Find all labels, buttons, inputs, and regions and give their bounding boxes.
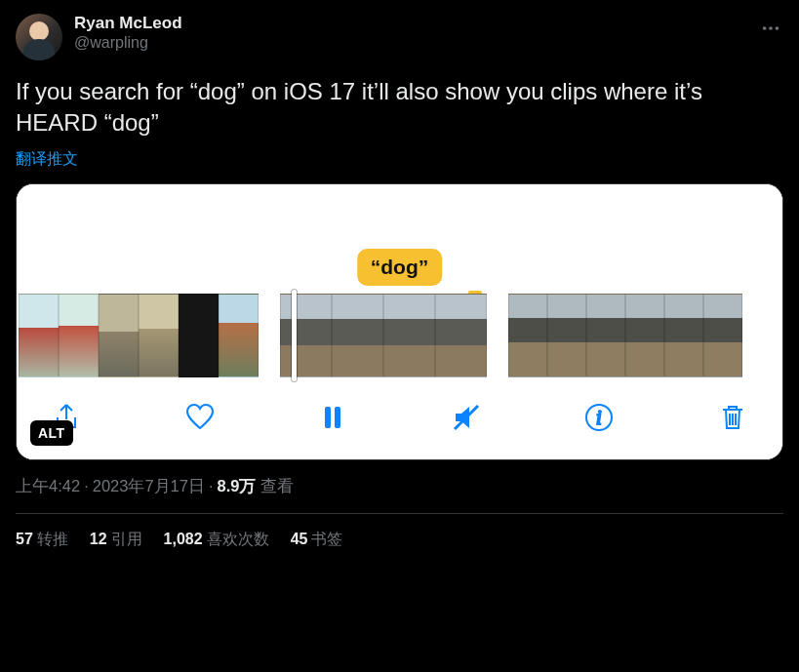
pause-icon[interactable] [316,401,349,434]
caption-badge: “dog” [357,249,442,286]
clip-strip-1[interactable] [19,294,259,377]
trash-icon[interactable] [716,401,749,434]
media-top-space: “dog” [17,184,782,280]
thumbnail[interactable] [508,294,547,377]
stat-quotes[interactable]: 12引用 [90,530,142,550]
thumbnail[interactable] [99,294,139,377]
tweet-container: Ryan McLeod @warpling If you search for … [0,0,799,562]
stat-likes[interactable]: 1,082喜欢次数 [164,530,269,550]
thumbnail[interactable] [625,294,664,377]
svg-rect-3 [325,407,331,428]
tweet-header: Ryan McLeod @warpling [16,14,783,60]
thumbnail[interactable] [703,294,742,377]
heart-icon[interactable] [183,401,217,434]
more-icon[interactable] [758,14,783,47]
avatar[interactable] [16,14,62,60]
names: Ryan McLeod @warpling [74,14,182,60]
playhead[interactable] [292,290,297,381]
thumbnail[interactable] [219,294,259,377]
thumbnail[interactable] [332,294,383,377]
display-name[interactable]: Ryan McLeod [74,14,182,33]
meta-views-num[interactable]: 8.9万 [218,476,257,497]
svg-text:i: i [596,407,602,428]
thumbnail[interactable] [280,294,332,377]
info-icon[interactable]: i [582,401,616,434]
thumbnail[interactable] [664,294,703,377]
media-card[interactable]: “dog” [16,183,783,460]
thumbnail[interactable] [383,294,435,377]
alt-badge[interactable]: ALT [30,420,73,446]
meta-time[interactable]: 上午4:42 [16,476,80,497]
meta-sep: · [209,477,214,495]
thumbnail[interactable] [586,294,625,377]
tweet-stats: 57转推 12引用 1,082喜欢次数 45书签 [16,530,783,562]
user-block[interactable]: Ryan McLeod @warpling [16,14,182,60]
svg-point-1 [769,26,773,30]
meta-views-label: 查看 [260,476,294,497]
thumbnail[interactable] [547,294,586,377]
meta-sep: · [84,477,89,495]
filmstrip[interactable] [17,280,782,379]
clip-strip-3[interactable] [508,294,742,377]
thumbnail[interactable] [59,294,99,377]
media-toolbar: i [17,379,782,459]
tweet-text: If you search for “dog” on iOS 17 it’ll … [16,76,783,139]
svg-rect-4 [335,407,340,428]
meta-date[interactable]: 2023年7月17日 [93,476,205,497]
clip-strip-2[interactable] [280,294,487,377]
mute-icon[interactable] [450,401,483,434]
svg-point-2 [776,26,779,30]
translate-link[interactable]: 翻译推文 [16,149,78,170]
stat-retweets[interactable]: 57转推 [16,530,68,550]
thumbnail[interactable] [19,294,59,377]
thumbnail[interactable] [179,294,219,377]
thumbnail[interactable] [139,294,179,377]
thumbnail[interactable] [435,294,487,377]
user-handle[interactable]: @warpling [74,33,182,52]
stat-bookmarks[interactable]: 45书签 [291,530,343,550]
media-inner: “dog” [17,184,782,459]
svg-point-0 [763,26,767,30]
divider [16,513,783,514]
tweet-meta: 上午4:42 · 2023年7月17日 · 8.9万 查看 [16,476,783,497]
